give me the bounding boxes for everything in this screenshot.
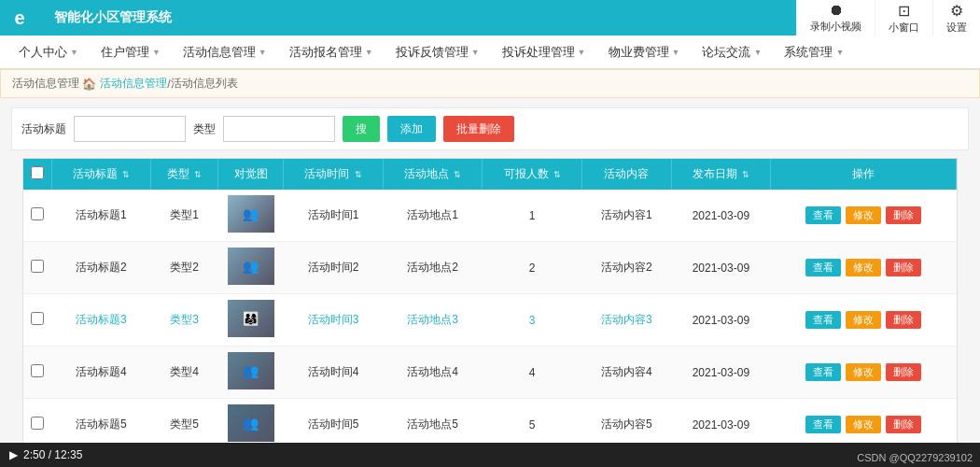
edit-button[interactable]: 修改: [846, 259, 881, 276]
delete-button[interactable]: 删除: [886, 311, 921, 329]
row-select-checkbox[interactable]: [31, 417, 44, 430]
activity-table: 活动标题 ⇅ 类型 ⇅ 对觉图 活动时间 ⇅ 活动地点 ⇅: [22, 158, 958, 452]
row-checkbox: [23, 294, 51, 347]
row-content: 活动内容1: [581, 190, 671, 242]
nav-complaint-process[interactable]: 投诉处理管理 ▼: [491, 35, 597, 69]
row-time: 活动时间1: [284, 190, 384, 242]
row-content: 活动内容2: [581, 242, 671, 294]
chevron-down-icon: ▼: [578, 48, 586, 57]
bottom-bar: ▶ 2:50 / 12:35: [0, 443, 980, 467]
thumbnail: 👨‍👩‍👧: [228, 300, 274, 337]
row-type: 类型4: [151, 347, 218, 399]
small-window-button[interactable]: ⊡ 小窗口: [875, 0, 932, 35]
type-filter-input[interactable]: [223, 116, 335, 142]
row-time: 活动时间2: [284, 242, 384, 294]
select-all-checkbox[interactable]: [31, 166, 44, 179]
record-video-icon: ⏺: [829, 2, 844, 19]
row-title: 活动标题1: [51, 190, 151, 242]
view-button[interactable]: 查看: [805, 206, 841, 224]
sort-icon: ⇅: [122, 170, 130, 179]
edit-button[interactable]: 修改: [846, 416, 881, 433]
time-header[interactable]: 活动时间 ⇅: [284, 159, 384, 190]
sort-icon: ⇅: [454, 170, 461, 179]
row-type: 类型3: [151, 294, 218, 347]
delete-button[interactable]: 删除: [886, 363, 921, 381]
row-select-checkbox[interactable]: [31, 364, 44, 377]
record-video-button[interactable]: ⏺ 录制小视频: [796, 0, 875, 35]
filter-bar: 活动标题 类型 搜 添加 批量删除: [11, 107, 969, 150]
sort-icon: ⇅: [355, 170, 362, 179]
row-checkbox: [23, 190, 51, 242]
nav-forum[interactable]: 论坛交流 ▼: [691, 35, 773, 69]
breadcrumb: 活动信息管理 🏠 活动信息管理 / 活动信息列表: [0, 69, 980, 98]
row-date: 2021-03-09: [671, 294, 771, 347]
row-time: 活动时间3: [284, 294, 384, 347]
row-date: 2021-03-09: [671, 190, 771, 242]
title-header[interactable]: 活动标题 ⇅: [51, 159, 151, 190]
row-select-checkbox[interactable]: [31, 260, 44, 273]
type-filter-label: 类型: [193, 121, 216, 137]
row-select-checkbox[interactable]: [31, 207, 44, 220]
row-location: 活动地点4: [383, 347, 483, 399]
row-cover: 👥: [218, 347, 284, 399]
content-header: 活动内容: [581, 159, 671, 190]
row-actions: 查看 修改 删除: [771, 242, 957, 294]
row-actions: 查看 修改 删除: [771, 190, 957, 242]
row-time: 活动时间4: [284, 347, 384, 399]
settings-button[interactable]: ⚙ 设置: [932, 0, 980, 35]
edit-button[interactable]: 修改: [846, 363, 881, 381]
delete-button[interactable]: 删除: [886, 206, 921, 224]
small-window-icon: ⊡: [898, 2, 910, 20]
nav-resident[interactable]: 住户管理 ▼: [90, 35, 172, 69]
edit-button[interactable]: 修改: [846, 206, 881, 224]
chevron-down-icon: ▼: [365, 48, 373, 57]
thumbnail: 👥: [228, 352, 274, 389]
search-button[interactable]: 搜: [343, 116, 380, 142]
view-button[interactable]: 查看: [805, 259, 841, 276]
title-filter-input[interactable]: [74, 116, 186, 142]
settings-icon: ⚙: [950, 2, 963, 20]
table-header-row: 活动标题 ⇅ 类型 ⇅ 对觉图 活动时间 ⇅ 活动地点 ⇅: [23, 159, 957, 190]
actions-header: 操作: [771, 159, 957, 190]
chevron-down-icon: ▼: [672, 48, 680, 57]
app-logo: e: [0, 0, 39, 35]
row-location: 活动地点3: [383, 294, 483, 347]
row-capacity: 4: [483, 347, 582, 399]
delete-button[interactable]: 删除: [886, 416, 921, 433]
row-capacity: 1: [483, 190, 582, 242]
view-button[interactable]: 查看: [805, 416, 841, 433]
delete-button[interactable]: 删除: [886, 259, 921, 276]
edit-button[interactable]: 修改: [846, 311, 881, 329]
watermark: CSDN @QQ2279239102: [857, 452, 973, 463]
nav-property-fee[interactable]: 物业费管理 ▼: [597, 35, 692, 69]
nav-personal[interactable]: 个人中心 ▼: [7, 35, 90, 69]
view-button[interactable]: 查看: [805, 363, 841, 381]
row-title: 活动标题4: [51, 347, 151, 399]
chevron-down-icon: ▼: [259, 48, 267, 57]
nav-complaint-feedback[interactable]: 投诉反馈管理 ▼: [385, 35, 491, 69]
add-button[interactable]: 添加: [387, 116, 436, 142]
row-capacity: 3: [483, 294, 582, 347]
row-cover: 👥: [218, 242, 284, 294]
batch-delete-button[interactable]: 批量删除: [443, 116, 514, 142]
type-header[interactable]: 类型 ⇅: [151, 159, 218, 190]
row-location: 活动地点1: [383, 190, 483, 242]
nav-system[interactable]: 系统管理 ▼: [773, 35, 855, 69]
table-row: 活动标题4 类型4 👥 活动时间4 活动地点4 4 活动内容4 2021-03-…: [23, 347, 957, 399]
row-date: 2021-03-09: [671, 242, 771, 294]
row-select-checkbox[interactable]: [31, 312, 44, 325]
date-header[interactable]: 发布日期 ⇅: [671, 159, 771, 190]
chevron-down-icon: ▼: [753, 48, 762, 57]
capacity-header[interactable]: 可报人数 ⇅: [483, 159, 582, 190]
row-actions: 查看 修改 删除: [771, 347, 957, 399]
row-title: 活动标题3: [51, 294, 151, 347]
location-header[interactable]: 活动地点 ⇅: [383, 159, 483, 190]
row-date: 2021-03-09: [671, 347, 771, 399]
view-button[interactable]: 查看: [805, 311, 841, 329]
play-icon: ▶: [9, 448, 18, 461]
page-section: 活动标题 类型 搜 添加 批量删除 活动标题 ⇅ 类型: [0, 98, 980, 458]
breadcrumb-link-1[interactable]: 活动信息管理: [100, 76, 167, 92]
nav-activity-register[interactable]: 活动报名管理 ▼: [278, 35, 385, 69]
nav-activity-info[interactable]: 活动信息管理 ▼: [172, 35, 278, 69]
table-row: 活动标题3 类型3 👨‍👩‍👧 活动时间3 活动地点3 3 活动内容3 2021…: [23, 294, 957, 347]
